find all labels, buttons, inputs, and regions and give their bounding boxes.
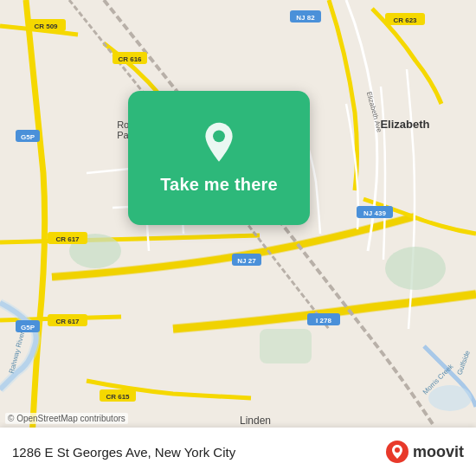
svg-text:G5P: G5P xyxy=(21,324,35,331)
moovit-text: moovit xyxy=(413,443,464,461)
svg-point-37 xyxy=(213,130,225,142)
svg-text:CR 617: CR 617 xyxy=(55,318,80,325)
svg-point-39 xyxy=(395,447,400,453)
moovit-logo: moovit xyxy=(385,440,464,464)
svg-text:Elizabeth: Elizabeth xyxy=(380,118,429,131)
take-me-there-label: Take me there xyxy=(160,175,278,195)
svg-text:NJ 439: NJ 439 xyxy=(363,209,386,217)
svg-text:NJ 82: NJ 82 xyxy=(296,14,315,22)
svg-text:I 278: I 278 xyxy=(316,317,331,325)
bottom-bar: 1286 E St Georges Ave, New York City moo… xyxy=(0,428,476,476)
svg-text:CR 615: CR 615 xyxy=(106,393,130,401)
take-me-there-button[interactable]: Take me there xyxy=(128,91,310,225)
svg-rect-4 xyxy=(260,329,312,363)
svg-text:CR 509: CR 509 xyxy=(34,23,58,30)
svg-text:G5P: G5P xyxy=(21,133,35,141)
svg-text:NJ 27: NJ 27 xyxy=(237,257,256,265)
svg-text:CR 616: CR 616 xyxy=(118,55,142,63)
moovit-icon xyxy=(385,440,409,464)
map-background: CR 509 NJ 82 CR 623 CR 616 G5P CR 617 NJ… xyxy=(0,0,476,476)
address-text: 1286 E St Georges Ave, New York City xyxy=(12,445,376,460)
svg-text:Linden: Linden xyxy=(240,415,271,427)
svg-text:CR 623: CR 623 xyxy=(393,16,417,24)
map-attribution: © OpenStreetMap contributors xyxy=(5,413,128,424)
location-pin-icon xyxy=(196,121,241,166)
svg-point-1 xyxy=(428,385,472,411)
svg-point-3 xyxy=(385,247,446,290)
map-container: CR 509 NJ 82 CR 623 CR 616 G5P CR 617 NJ… xyxy=(0,0,476,476)
svg-text:CR 617: CR 617 xyxy=(55,235,80,243)
